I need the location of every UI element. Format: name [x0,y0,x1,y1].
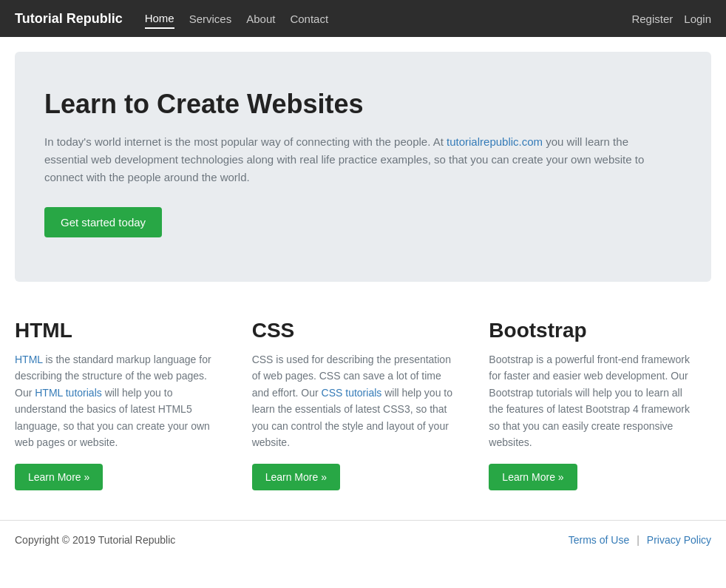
bootstrap-card: Bootstrap Bootstrap is a powerful front-… [474,311,711,498]
html-card-title: HTML [15,319,223,342]
get-started-button[interactable]: Get started today [44,207,162,237]
nav-brand: Tutorial Republic [15,11,123,27]
css-card: CSS CSS is used for describing the prese… [237,311,475,498]
nav-link-contact[interactable]: Contact [290,10,328,28]
nav-links: Home Services About Contact [145,9,632,29]
hero-description: In today's world internet is the most po… [44,133,673,186]
nav-link-about[interactable]: About [246,10,275,28]
nav-login-link[interactable]: Login [684,13,711,25]
hero-desc-start: In today's world internet is the most po… [44,135,447,148]
bootstrap-card-description: Bootstrap is a powerful front-end framew… [489,351,696,450]
footer-terms-link[interactable]: Terms of Use [569,534,629,546]
html-link[interactable]: HTML [15,354,43,365]
css-tutorials-link[interactable]: CSS tutorials [322,387,382,399]
hero-link[interactable]: tutorialrepublic.com [447,135,543,148]
css-learn-more-button[interactable]: Learn More » [252,464,340,490]
nav-link-services[interactable]: Services [189,10,232,28]
html-card: HTML HTML is the standard markup languag… [15,311,237,498]
bootstrap-card-title: Bootstrap [489,319,696,342]
css-card-description: CSS is used for describing the presentat… [252,351,460,450]
html-learn-more-button[interactable]: Learn More » [15,464,103,490]
hero-section: Learn to Create Websites In today's worl… [15,52,711,282]
css-card-title: CSS [252,319,460,342]
nav-register-link[interactable]: Register [631,13,673,25]
nav-link-home[interactable]: Home [145,9,174,29]
cards-section: HTML HTML is the standard markup languag… [0,297,726,520]
footer-divider: | [637,534,640,546]
nav-right: Register Login [631,13,711,25]
footer-privacy-link[interactable]: Privacy Policy [647,534,711,546]
html-card-description: HTML is the standard markup language for… [15,351,223,450]
footer: Copyright © 2019 Tutorial Republic Terms… [0,520,726,559]
html-tutorials-link[interactable]: HTML tutorials [35,387,102,399]
hero-title: Learn to Create Websites [44,89,682,120]
footer-links: Terms of Use | Privacy Policy [569,534,711,546]
bootstrap-learn-more-button[interactable]: Learn More » [489,464,577,490]
footer-copyright: Copyright © 2019 Tutorial Republic [15,534,175,546]
navbar: Tutorial Republic Home Services About Co… [0,0,726,37]
